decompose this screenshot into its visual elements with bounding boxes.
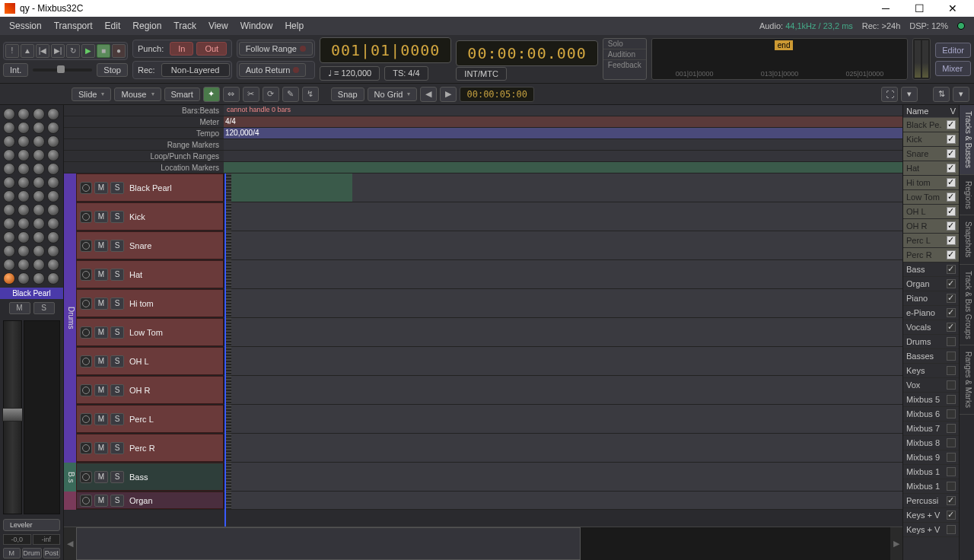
list-item[interactable]: Mixbus 6 [903,407,959,422]
track-canvas[interactable] [231,202,902,231]
track-row[interactable]: MSPerc L [76,405,902,434]
track-canvas[interactable] [231,347,902,375]
eq-knob[interactable] [47,272,59,285]
track-header[interactable]: MSLow Tom [76,318,224,346]
track-canvas[interactable] [231,434,902,462]
visibility-checkbox[interactable] [947,380,956,390]
group-tab-organ[interactable] [64,492,76,510]
visibility-checkbox[interactable] [947,511,956,520]
visibility-checkbox[interactable] [947,409,956,418]
sync-display[interactable]: INT/MTC [456,67,507,81]
track-mute-button[interactable]: M [94,384,108,396]
punch-out-button[interactable]: Out [196,42,227,56]
summary-right-button[interactable]: ▶ [890,527,902,560]
track-rec-button[interactable] [80,211,92,223]
track-row[interactable]: MSHat [76,260,902,289]
list-item[interactable]: e-Piano [903,306,959,320]
list-item[interactable]: Mixbus 7 [903,422,959,436]
eq-knob[interactable] [18,190,30,202]
visibility-checkbox[interactable] [947,265,956,274]
follow-range-button[interactable]: Follow Range [239,42,313,56]
track-canvas[interactable] [231,376,902,404]
track-header[interactable]: MSOH L [76,347,224,375]
track-header[interactable]: MSSnare [76,231,224,259]
list-item[interactable]: Perc R [903,248,959,262]
visibility-checkbox[interactable] [947,279,956,288]
ruler-barsbeats[interactable]: cannot handle 0 bars [224,105,902,116]
visibility-checkbox[interactable] [947,135,956,144]
visibility-checkbox[interactable] [947,366,956,375]
stop-button-icon[interactable]: ■ [97,44,110,58]
content-tool[interactable]: ↯ [302,87,319,102]
smart-button[interactable]: Smart [164,88,200,101]
list-item[interactable]: Keys [903,364,959,378]
eq-knob[interactable] [33,177,45,189]
menu-track[interactable]: Track [167,18,202,33]
send-knob[interactable] [18,108,30,120]
goto-end-button[interactable]: ▶| [51,44,65,58]
timesig-display[interactable]: TS: 4/4 [384,66,428,81]
track-row[interactable]: MSBlack Pearl [76,173,902,202]
fader[interactable] [3,320,22,514]
eq-knob[interactable] [47,218,59,230]
strip-name[interactable]: Black Pearl [0,288,63,299]
visibility-checkbox[interactable] [947,149,956,158]
send-knob[interactable] [33,122,45,134]
mouse-mode-dropdown[interactable]: Mouse [114,88,161,101]
track-mute-button[interactable]: M [94,495,108,507]
eq-knob[interactable] [47,204,59,216]
visibility-checkbox[interactable] [947,337,956,346]
list-item[interactable]: Vocals [903,320,959,335]
primary-clock[interactable]: 001|01|0000 [320,37,451,63]
eq-knob[interactable] [33,245,45,257]
eq-knob[interactable] [18,245,30,257]
eq-knob[interactable] [18,218,30,230]
solo-alert[interactable]: Solo [603,39,646,49]
loop-button[interactable]: ↻ [66,44,80,58]
track-mute-button[interactable]: M [94,240,108,252]
close-button[interactable]: ✕ [936,0,969,17]
zoom-fit-button[interactable]: ⛶ [881,87,898,102]
end-marker[interactable]: end [775,40,794,50]
track-row[interactable]: MSOH R [76,376,902,405]
auto-return-button[interactable]: Auto Return [239,63,307,77]
track-header[interactable]: MSBass [76,463,224,491]
track-row[interactable]: MSBass [76,463,902,492]
visibility-checkbox[interactable] [947,178,956,187]
nudge-fwd-button[interactable]: ▶ [440,87,457,102]
eq-knob[interactable] [3,245,15,257]
send-knob[interactable] [47,122,59,134]
fader-value[interactable]: -0,0 [3,534,31,545]
track-canvas[interactable] [231,318,902,346]
track-header[interactable]: MSOH R [76,376,224,404]
track-solo-button[interactable]: S [110,269,124,281]
eq-knob[interactable] [18,204,30,216]
track-row[interactable]: MSOrgan [76,492,902,510]
list-header-name[interactable]: Name [906,107,950,116]
visibility-checkbox[interactable] [947,164,956,173]
track-solo-button[interactable]: S [110,471,124,483]
eq-knob[interactable] [18,177,30,189]
eq-knob[interactable] [3,218,15,230]
vtab-snapshots[interactable]: Snapshots [960,215,974,264]
eq-knob[interactable] [33,163,45,175]
menu-session[interactable]: Session [3,18,48,33]
nudge-clock[interactable]: 00:00:05:00 [460,87,533,102]
visibility-checkbox[interactable] [947,294,956,303]
list-item[interactable]: Black Pe. [903,118,959,132]
track-rec-button[interactable] [80,269,92,281]
track-header[interactable]: MSOrgan [76,492,224,509]
track-rec-button[interactable] [80,384,92,396]
ruler-range[interactable] [224,139,902,150]
list-item[interactable]: Perc L [903,234,959,248]
eq-knob[interactable] [3,163,15,175]
object-tool[interactable]: ✦ [203,87,220,102]
send-knob[interactable] [3,135,15,148]
mini-timeline[interactable]: end 001|01|0000 013|01|0000 025|01|0000 [651,38,908,80]
filter-knob[interactable] [3,272,15,285]
list-item[interactable]: Piano [903,291,959,306]
vtab-regions[interactable]: Regions [960,175,974,216]
grid-dropdown[interactable]: No Grid [368,88,418,101]
list-item[interactable]: Percussi [903,494,959,508]
track-row[interactable]: MSSnare [76,231,902,260]
